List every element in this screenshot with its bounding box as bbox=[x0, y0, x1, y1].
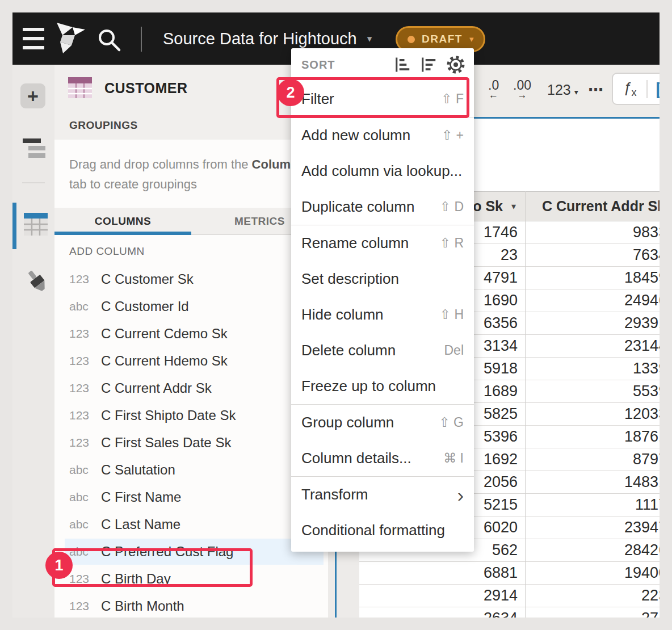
grid-cell-col2[interactable]: 18459 bbox=[525, 267, 660, 289]
sort-descending-icon[interactable] bbox=[421, 56, 438, 73]
hamburger-menu-icon[interactable] bbox=[23, 28, 44, 49]
menu-item-label: Duplicate column bbox=[301, 198, 414, 216]
menu-item[interactable]: Add new column ⇧ + bbox=[291, 117, 474, 153]
column-name: C Birth Day bbox=[101, 571, 171, 587]
grid-cell-col1[interactable]: 2634 bbox=[359, 607, 525, 618]
column-list: 123 C Customer Sk abc C Customer Id 123 … bbox=[54, 266, 328, 618]
menu-item[interactable]: Filter ⇧ F bbox=[291, 81, 474, 117]
column-list-item[interactable]: 123 C First Sales Date Sk bbox=[54, 429, 328, 456]
menu-item[interactable]: Group column ⇧ G bbox=[291, 405, 474, 440]
menu-item-shortcut: › bbox=[457, 489, 464, 501]
column-type-badge: abc bbox=[69, 545, 98, 558]
grid-cell-col2[interactable]: 1339 bbox=[525, 358, 660, 380]
grid-cell-col2[interactable]: 18761 bbox=[525, 426, 660, 448]
column-list-item[interactable]: 123 C Current Hdemo Sk bbox=[54, 347, 328, 375]
grid-header-col2[interactable]: C Current Addr Sk bbox=[542, 192, 660, 221]
menu-item[interactable]: Delete column Del bbox=[291, 333, 474, 368]
column-list-item[interactable]: abc C Preferred Cust Flag bbox=[54, 538, 328, 565]
menu-item[interactable]: Freeze up to column bbox=[291, 368, 474, 404]
step1-marker: 1 bbox=[45, 552, 73, 579]
column-name: C Preferred Cust Flag bbox=[101, 544, 233, 560]
increase-decimal-button[interactable]: .00 → bbox=[513, 79, 531, 101]
active-tab-underline bbox=[54, 232, 191, 235]
column-type-badge: abc bbox=[69, 518, 98, 531]
grid-cell-col2[interactable]: 1117 bbox=[525, 494, 660, 516]
decrease-decimal-button[interactable]: .0 ← bbox=[488, 79, 499, 101]
column-list-item[interactable]: 123 C First Shipto Date Sk bbox=[54, 402, 328, 429]
grid-cell-col2[interactable]: 7634 bbox=[525, 244, 660, 266]
table-element-icon[interactable] bbox=[24, 210, 48, 238]
column-name: C Last Name bbox=[101, 516, 180, 532]
menu-item[interactable]: Add column via lookup... bbox=[291, 153, 474, 189]
menu-item-shortcut: ⇧ D bbox=[440, 199, 464, 215]
outline-panel-icon[interactable] bbox=[22, 136, 47, 160]
menu-item-label: Conditional formatting bbox=[301, 522, 445, 539]
sort-settings-gear-icon[interactable] bbox=[447, 56, 465, 74]
grid-cell-col1[interactable]: 2914 bbox=[359, 585, 525, 607]
groupings-section-header[interactable]: GROUPINGS bbox=[54, 111, 328, 140]
grid-cell-col2[interactable]: 28426 bbox=[525, 539, 660, 561]
menu-item[interactable]: Conditional formatting bbox=[291, 513, 474, 548]
grid-row[interactable]: 6881 19400 bbox=[359, 562, 660, 585]
column-menu-chevron-icon[interactable]: ▾ bbox=[511, 201, 516, 212]
column-name: C Current Hdemo Sk bbox=[101, 353, 228, 369]
menu-item[interactable]: Column details... ⌘ I bbox=[291, 440, 474, 476]
number-format-dropdown[interactable]: 123▾ bbox=[547, 82, 578, 98]
column-list-item[interactable]: abc C Customer Id bbox=[54, 293, 328, 320]
grid-cell-col2[interactable]: 19400 bbox=[525, 562, 660, 584]
column-list-item[interactable]: 123 C Current Addr Sk bbox=[54, 375, 328, 402]
sort-label: SORT bbox=[301, 58, 335, 72]
grid-cell-col2[interactable]: 23947 bbox=[525, 516, 660, 539]
grid-cell-col1[interactable]: 6881 bbox=[359, 562, 525, 584]
grid-cell-col2[interactable]: 274 bbox=[525, 607, 660, 618]
more-options-button[interactable]: ⋯ bbox=[588, 81, 605, 99]
rail-divider bbox=[22, 182, 45, 183]
column-type-badge: 123 bbox=[69, 599, 98, 613]
column-name: C Current Cdemo Sk bbox=[101, 326, 228, 342]
chevron-down-icon[interactable]: ▾ bbox=[367, 33, 372, 45]
paintbrush-style-icon[interactable] bbox=[25, 268, 50, 295]
formula-fx-icon: ƒx bbox=[623, 79, 636, 99]
grid-row[interactable]: 2634 274 bbox=[359, 607, 660, 618]
menu-item-label: Transform bbox=[301, 486, 368, 503]
grid-cell-col2[interactable]: 24946 bbox=[525, 289, 660, 312]
grid-cell-col2[interactable]: 9833 bbox=[525, 221, 660, 243]
add-column-label[interactable]: ADD COLUMN bbox=[69, 245, 145, 258]
document-title-text: Source Data for Hightouch bbox=[163, 30, 357, 48]
grid-cell-col2[interactable]: 23144 bbox=[525, 335, 660, 357]
formula-bar[interactable]: ƒx [ bbox=[612, 73, 660, 105]
menu-item[interactable]: Set description bbox=[291, 261, 474, 297]
column-list-item[interactable]: 123 C Birth Month bbox=[54, 593, 328, 618]
column-list-item[interactable]: 123 C Current Cdemo Sk bbox=[54, 320, 328, 347]
menu-item[interactable]: Rename column ⇧ R bbox=[291, 225, 474, 261]
sigma-bird-logo-icon[interactable] bbox=[53, 20, 86, 57]
column-type-badge: 123 bbox=[69, 436, 98, 450]
column-name: C Salutation bbox=[101, 462, 175, 478]
menu-item[interactable]: Duplicate column ⇧ D bbox=[291, 189, 474, 225]
grid-cell-col2[interactable]: 8797 bbox=[525, 448, 660, 471]
column-list-item[interactable]: 123 C Customer Sk bbox=[54, 266, 328, 293]
column-list-item[interactable]: abc C First Name bbox=[54, 484, 328, 511]
column-list-item[interactable]: 123 C Birth Day bbox=[54, 565, 328, 593]
app-window: Source Data for Hightouch ▾ DRAFT ▾ + bbox=[12, 12, 660, 618]
grid-cell-col2[interactable]: 12033 bbox=[525, 403, 660, 425]
grid-cell-col2[interactable]: 5539 bbox=[525, 380, 660, 402]
grid-cell-col2[interactable]: 14831 bbox=[525, 471, 660, 493]
column-type-badge: abc bbox=[69, 463, 98, 477]
menu-item[interactable]: Hide column ⇧ H bbox=[291, 297, 474, 333]
column-list-item[interactable]: abc C Salutation bbox=[54, 456, 328, 484]
column-type-badge: 123 bbox=[69, 409, 98, 422]
draft-label: DRAFT bbox=[422, 33, 463, 45]
add-element-button[interactable]: + bbox=[20, 83, 45, 108]
grid-cell-col2[interactable]: 223 bbox=[525, 585, 660, 607]
column-name: C First Sales Date Sk bbox=[101, 435, 231, 451]
column-list-item[interactable]: abc C Last Name bbox=[54, 511, 328, 538]
menu-item[interactable]: Transform › bbox=[291, 477, 474, 513]
search-icon[interactable] bbox=[96, 27, 123, 53]
menu-item-label: Delete column bbox=[301, 342, 396, 359]
draft-dot-icon bbox=[408, 36, 415, 43]
grid-row[interactable]: 2914 223 bbox=[359, 585, 660, 607]
grid-cell-col2[interactable]: 29391 bbox=[525, 312, 660, 334]
sort-ascending-icon[interactable] bbox=[394, 56, 411, 73]
tab-columns[interactable]: COLUMNS bbox=[54, 208, 191, 234]
